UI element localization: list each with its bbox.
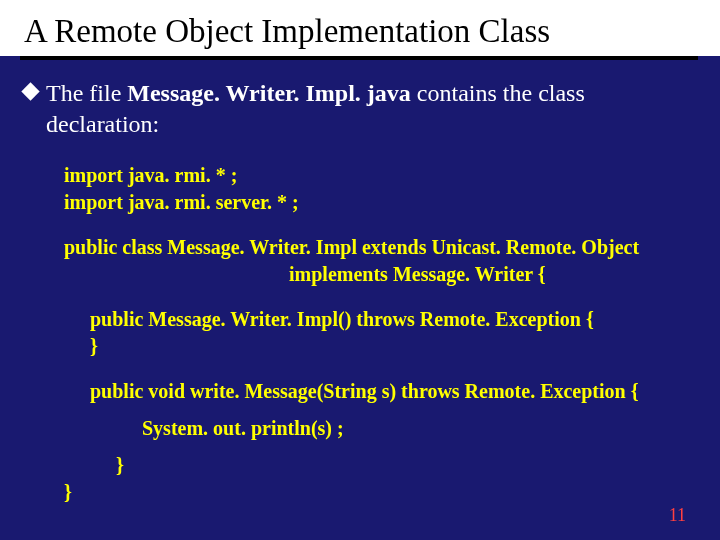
bullet-text: The file Message. Writer. Impl. java con… xyxy=(46,78,696,140)
method-block: public void write. Message(String s) thr… xyxy=(90,378,696,479)
code-writemessage: public void write. Message(String s) thr… xyxy=(90,378,696,405)
code-block: import java. rmi. * ; import java. rmi. … xyxy=(64,162,696,506)
code-class-end: } xyxy=(64,479,696,506)
bullet-item: The file Message. Writer. Impl. java con… xyxy=(24,78,696,140)
imports-block: import java. rmi. * ; import java. rmi. … xyxy=(64,162,696,216)
code-sout: System. out. println(s) ; xyxy=(142,415,696,442)
code-ctor: public Message. Writer. Impl() throws Re… xyxy=(90,306,696,333)
slide-title: A Remote Object Implementation Class xyxy=(0,0,720,56)
bullet-filename: Message. Writer. Impl. java xyxy=(127,80,411,106)
diamond-bullet-icon xyxy=(21,82,39,100)
page-number: 11 xyxy=(669,505,686,526)
ctor-block: public Message. Writer. Impl() throws Re… xyxy=(90,306,696,360)
code-class-line1: public class Message. Writer. Impl exten… xyxy=(64,234,696,261)
class-decl-block: public class Message. Writer. Impl exten… xyxy=(64,234,696,288)
code-import-1: import java. rmi. * ; xyxy=(64,162,696,189)
code-wm-end: } xyxy=(116,452,696,479)
code-ctor-end: } xyxy=(90,333,696,360)
code-class-line2: implements Message. Writer { xyxy=(289,261,696,288)
code-import-2: import java. rmi. server. * ; xyxy=(64,189,696,216)
body-area: The file Message. Writer. Impl. java con… xyxy=(0,60,720,506)
bullet-pre: The file xyxy=(46,80,127,106)
slide: A Remote Object Implementation Class The… xyxy=(0,0,720,540)
